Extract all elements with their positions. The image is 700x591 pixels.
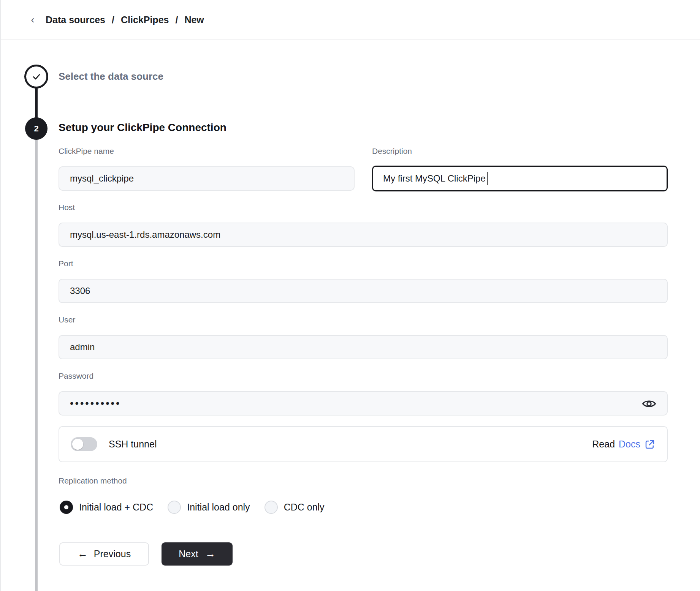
radio-unselected-icon[interactable]: [168, 501, 181, 514]
radio-label: Initial load only: [187, 502, 250, 513]
header-bar: ‹ Data sources / ClickPipes / New: [1, 0, 700, 40]
breadcrumb-item-data-sources[interactable]: Data sources: [46, 14, 105, 25]
radio-initial-load-cdc[interactable]: Initial load + CDC: [60, 501, 153, 514]
toggle-knob: [72, 439, 83, 450]
radio-label: CDC only: [284, 502, 325, 513]
clickpipe-setup-page: ‹ Data sources / ClickPipes / New 2 Sele…: [0, 0, 700, 591]
back-chevron-icon[interactable]: ‹: [26, 13, 40, 27]
step-1-complete-indicator: [24, 65, 48, 88]
clickpipe-name-label: ClickPipe name: [59, 147, 114, 156]
stepper-connector-pending: [35, 128, 38, 591]
radio-selected-icon[interactable]: [60, 501, 73, 514]
replication-method-group: Initial load + CDC Initial load only CDC…: [60, 501, 325, 514]
external-link-icon[interactable]: [644, 439, 656, 450]
port-label: Port: [59, 259, 73, 268]
breadcrumb-separator: /: [112, 14, 114, 25]
password-label: Password: [59, 371, 93, 381]
step-2-title: Setup your ClickPipe Connection: [59, 122, 226, 134]
step-1-title: Select the data source: [59, 71, 163, 82]
host-input[interactable]: [59, 223, 668, 247]
replication-method-label: Replication method: [59, 476, 127, 485]
radio-unselected-icon[interactable]: [264, 501, 278, 514]
host-label: Host: [59, 203, 75, 212]
description-label: Description: [372, 147, 412, 156]
ssh-tunnel-toggle[interactable]: [71, 437, 97, 451]
breadcrumb-item-clickpipes[interactable]: ClickPipes: [121, 14, 169, 25]
ssh-tunnel-panel: SSH tunnel Read Docs: [59, 426, 668, 462]
radio-cdc-only[interactable]: CDC only: [264, 501, 325, 514]
radio-label: Initial load + CDC: [79, 502, 153, 513]
breadcrumb-separator: /: [175, 14, 178, 25]
next-button[interactable]: Next →: [162, 542, 233, 566]
password-input[interactable]: [59, 391, 668, 416]
next-button-label: Next: [179, 548, 198, 559]
previous-button-label: Previous: [94, 548, 131, 559]
check-icon: [32, 72, 41, 82]
read-text: Read: [592, 439, 615, 450]
breadcrumb-item-new[interactable]: New: [184, 14, 204, 25]
description-input[interactable]: My first MySQL ClickPipe: [372, 166, 668, 191]
step-2-number: 2: [34, 124, 38, 134]
step-2-indicator: 2: [25, 117, 48, 140]
ssh-tunnel-label: SSH tunnel: [109, 439, 157, 450]
arrow-right-icon: →: [205, 549, 215, 559]
user-label: User: [59, 315, 75, 324]
show-password-button[interactable]: [641, 397, 657, 411]
description-value: My first MySQL ClickPipe: [383, 173, 486, 184]
arrow-left-icon: ←: [78, 549, 88, 559]
text-cursor: [487, 172, 488, 185]
breadcrumb: Data sources / ClickPipes / New: [46, 0, 204, 40]
clickpipe-name-input[interactable]: [59, 166, 355, 191]
previous-button[interactable]: ← Previous: [59, 542, 149, 566]
docs-link[interactable]: Docs: [619, 439, 640, 450]
radio-initial-load-only[interactable]: Initial load only: [168, 501, 250, 514]
user-input[interactable]: [59, 335, 668, 359]
port-input[interactable]: [59, 279, 668, 303]
eye-icon: [641, 397, 657, 410]
